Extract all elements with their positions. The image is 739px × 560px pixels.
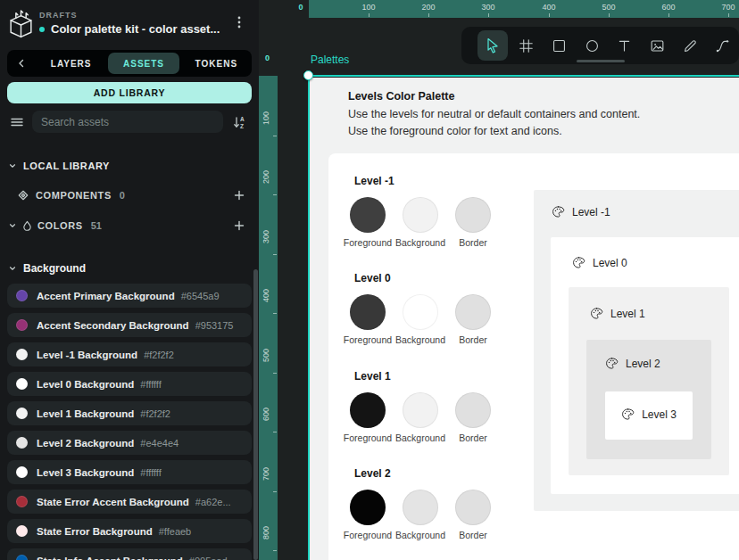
tool-text[interactable] — [609, 27, 642, 64]
background-swatch-circle[interactable] — [403, 294, 438, 330]
color-asset-row[interactable]: Level -1 Background #f2f2f2 — [7, 342, 252, 366]
color-hex: #6545a9 — [181, 291, 220, 301]
selection-outline — [308, 75, 310, 560]
border-swatch-circle[interactable] — [455, 197, 491, 233]
toolbar-drag-handle[interactable] — [577, 60, 625, 62]
background-swatch-circle[interactable] — [403, 197, 438, 233]
tool-image[interactable] — [641, 27, 674, 64]
components-label: COMPONENTS — [36, 190, 112, 201]
penpot-logo-icon[interactable] — [7, 10, 35, 39]
foreground-swatch-circle[interactable] — [350, 490, 386, 525]
sidebar-scrollbar[interactable] — [253, 269, 258, 560]
ruler-tick-label: 600 — [262, 408, 270, 421]
swatch-caption: Background — [394, 432, 447, 443]
swatch-caption: Border — [446, 334, 500, 345]
group-label: Background — [23, 262, 86, 275]
add-color-button[interactable] — [228, 215, 250, 236]
preview-level-label: Level -1 — [572, 206, 610, 218]
add-library-button[interactable]: ADD LIBRARY — [7, 82, 252, 103]
color-name: Level 2 Background — [37, 438, 134, 449]
background-swatch-circle[interactable] — [403, 490, 438, 525]
color-asset-row[interactable]: State Error Background #ffeaeb — [7, 519, 252, 543]
tool-board[interactable] — [511, 27, 544, 64]
foreground-swatch-circle[interactable] — [350, 294, 386, 330]
components-row[interactable]: COMPONENTS 0 — [0, 184, 259, 207]
penpot-workspace: DRAFTS Color palette kit - color asset..… — [0, 0, 739, 560]
tool-pencil[interactable] — [674, 27, 707, 64]
swatch-caption: Border — [446, 237, 500, 248]
ruler-tick-label: 200 — [262, 170, 270, 184]
file-title-row[interactable]: Color palette kit - color asset... — [39, 22, 228, 36]
ruler-tick-label: 500 — [262, 349, 270, 362]
tool-path[interactable] — [706, 27, 739, 64]
component-icon — [16, 189, 30, 202]
preview-level-label: Level 2 — [626, 358, 660, 370]
swatch-caption: Foreground — [341, 334, 394, 345]
color-asset-row[interactable]: Level 1 Background #f2f2f2 — [7, 401, 252, 425]
ruler-tick-label: 700 — [262, 467, 270, 481]
color-swatch — [16, 496, 28, 507]
search-input[interactable] — [32, 111, 223, 133]
library-dot-icon — [39, 27, 45, 32]
file-menu-button[interactable] — [228, 12, 250, 33]
swatch-caption: Border — [446, 432, 500, 443]
background-group-header[interactable]: Background — [0, 259, 259, 278]
svg-text:A: A — [240, 116, 245, 122]
colors-row[interactable]: COLORS 51 — [0, 214, 259, 237]
add-component-button[interactable] — [228, 185, 250, 206]
colors-label: COLORS — [37, 220, 83, 231]
local-library-label: LOCAL LIBRARY — [23, 161, 110, 171]
foreground-swatch-circle[interactable] — [350, 392, 386, 428]
board-name-label[interactable]: Palettes — [311, 54, 349, 66]
horizontal-ruler[interactable]: 0 100 200 300 400 500 600 700 — [259, 0, 739, 18]
tab-layers[interactable]: LAYERS — [36, 50, 106, 77]
palette-icon — [572, 256, 585, 269]
color-asset-row[interactable]: Level 3 Background #ffffff — [7, 460, 252, 484]
color-asset-row[interactable]: State Info Accent Background #005ead — [7, 548, 252, 560]
workspace-label: DRAFTS — [39, 11, 78, 20]
vertical-ruler[interactable]: 0 100 200 300 400 500 600 700 800 — [259, 18, 278, 560]
chevron-down-icon — [5, 264, 20, 273]
section-label: Level 2 — [354, 467, 391, 480]
swatch-caption: Background — [394, 530, 447, 540]
colors-count: 51 — [91, 220, 102, 231]
ruler-tick-label: 0 — [265, 54, 270, 62]
color-swatch — [16, 466, 28, 478]
design-toolbar — [461, 27, 739, 64]
color-asset-row[interactable]: Accent Primary Background #6545a9 — [7, 284, 252, 308]
chevron-down-icon — [5, 221, 20, 230]
components-count: 0 — [120, 190, 125, 201]
ruler-tick-label: 700 — [721, 3, 735, 12]
color-asset-row[interactable]: Accent Secondary Background #953175 — [7, 313, 252, 337]
color-asset-row[interactable]: Level 2 Background #e4e4e4 — [7, 431, 252, 455]
foreground-swatch-circle[interactable] — [350, 197, 386, 233]
filter-icon[interactable] — [6, 112, 28, 132]
tool-ellipse[interactable] — [576, 27, 609, 64]
collapse-sidebar-button[interactable] — [7, 50, 36, 77]
palette-doc-line: Use the foreground color for text and ic… — [348, 125, 562, 137]
border-swatch-circle[interactable] — [455, 490, 491, 525]
tab-assets[interactable]: ASSETS — [108, 53, 179, 74]
color-name: Level 0 Background — [37, 379, 134, 390]
sort-icon[interactable]: AZ — [228, 111, 251, 133]
tab-tokens[interactable]: TOKENS — [181, 50, 252, 77]
border-swatch-circle[interactable] — [455, 294, 491, 330]
color-swatch — [16, 437, 28, 449]
preview-panel-level-3[interactable]: Level 3 — [605, 391, 693, 440]
color-asset-row[interactable]: Level 0 Background #ffffff — [7, 372, 252, 396]
selection-handle[interactable] — [303, 70, 313, 80]
color-asset-row[interactable]: State Error Accent Background #a62e... — [7, 490, 252, 514]
ruler-tick-label: 300 — [481, 3, 494, 12]
left-sidebar: DRAFTS Color palette kit - color asset..… — [0, 0, 259, 560]
color-hex: #005ead — [189, 556, 228, 560]
background-swatch-circle[interactable] — [403, 392, 438, 428]
color-swatch — [16, 555, 28, 560]
border-swatch-circle[interactable] — [455, 392, 491, 428]
tool-move[interactable] — [477, 30, 508, 61]
tool-rectangle[interactable] — [543, 27, 576, 64]
local-library-header[interactable]: LOCAL LIBRARY — [0, 157, 259, 175]
palette-icon — [605, 357, 619, 370]
selection-outline — [308, 75, 739, 77]
file-title: Color palette kit - color asset... — [51, 22, 220, 36]
color-swatch — [16, 378, 28, 390]
